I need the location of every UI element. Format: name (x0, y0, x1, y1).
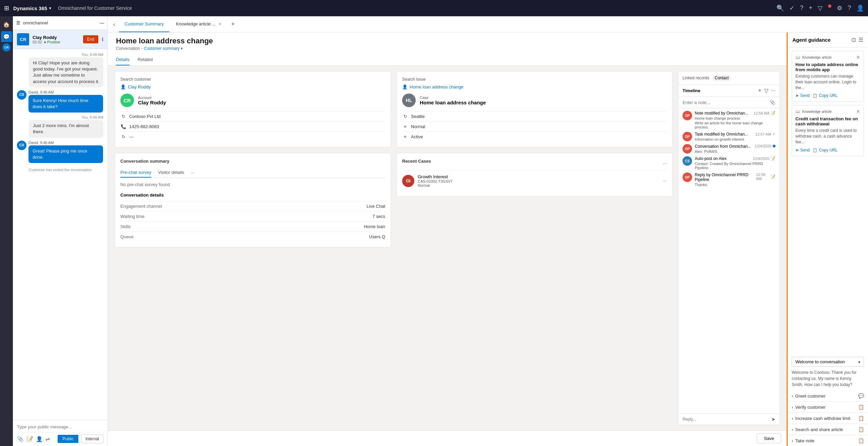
timeline-panel: Linked records Contact Timeline + ▽ ··· (678, 71, 780, 425)
phone-number: 1425-882-8083 (129, 124, 159, 129)
add-icon[interactable]: + (809, 4, 812, 12)
info-icon[interactable]: ℹ (102, 37, 103, 42)
issue-details: HL Case Home loan address change (402, 94, 667, 107)
conv-tab-visitor[interactable]: Visitor details (158, 168, 184, 178)
tl-time-1: 12:58 AM 📝 (754, 111, 775, 115)
script-take-note[interactable]: › Take note 📋 (788, 435, 868, 446)
settings-icon[interactable]: ⚙ (837, 4, 842, 12)
ag-list-icon[interactable]: ☰ (859, 37, 863, 43)
search-icon[interactable]: 🔍 (776, 4, 784, 12)
account-label: Account (138, 96, 166, 100)
conv-details-title: Conversation details (120, 192, 385, 198)
customer-msg-2: David, 9:46 AM Great! Please ping me onc… (28, 141, 103, 163)
ag-header: Agent guidance ⊡ ☰ (788, 33, 868, 47)
engagement-label: Engagement channel (120, 204, 162, 209)
left-sidebar: ☰ — CR Clay Roddy 02:32 ● Positive End ℹ (13, 16, 108, 446)
send-label-2: Send (800, 148, 810, 153)
internal-button[interactable]: Internal (81, 434, 103, 443)
tab-add-button[interactable]: + (229, 21, 238, 28)
minimize-icon[interactable]: — (100, 20, 104, 25)
cases-more-icon[interactable]: ··· (663, 161, 667, 166)
engagement-value: Live Chat (367, 204, 385, 209)
tab-back-button[interactable]: ‹ (111, 21, 118, 27)
script-icon-note: 📋 (858, 438, 864, 443)
ka-copy-btn-1[interactable]: 📋 Copy URL (812, 93, 837, 98)
script-dropdown[interactable]: Welcome to conversation Greet customer V… (792, 357, 864, 367)
script-search-article[interactable]: › Search and share article 📋 (788, 424, 868, 435)
question-icon[interactable]: ? (800, 4, 803, 12)
timeline-filter-icon[interactable]: ▽ (764, 87, 768, 94)
conv-tab-more[interactable]: ··· (191, 170, 195, 175)
no-survey-text: No pre-chat survey found (120, 182, 385, 187)
script-verify-customer[interactable]: › Verify customer 📋 (788, 401, 868, 412)
sidebar-search-input[interactable] (23, 19, 97, 27)
script-note-text: › Take note (792, 438, 814, 443)
page-tab-related[interactable]: Related (138, 54, 153, 65)
timeline-more-icon[interactable]: ··· (771, 87, 775, 94)
copy-icon-1: 📋 (812, 93, 817, 98)
script-greet-customer[interactable]: › Greet customer 💬 (788, 390, 868, 401)
note-input[interactable] (683, 100, 770, 105)
tl-time-5: 12:58 AM 📝 (756, 173, 775, 181)
ka-type-1: 📖 Knowledge article (795, 55, 832, 60)
left-column: Search customer 👤 Clay Roddy CR Account … (115, 71, 391, 425)
breadcrumb-chevron[interactable]: ▾ (181, 46, 183, 51)
breadcrumb-link[interactable]: Customer summary (144, 46, 180, 51)
ka-close-1[interactable]: ✕ (856, 55, 860, 60)
help-icon[interactable]: ? (848, 4, 851, 12)
tab-close-icon[interactable]: ✕ (218, 22, 222, 26)
contact-avatar-small[interactable]: CR (2, 43, 11, 52)
script-icon-cash: 📋 (858, 415, 864, 421)
save-button[interactable]: Save (757, 433, 781, 443)
sidebar-search: ☰ — (13, 16, 107, 30)
tab-knowledge-article[interactable]: Knowledge article ... ✕ (171, 16, 227, 32)
attach-icon[interactable]: 📎 (17, 436, 24, 442)
customer-avatar-large: CR (120, 94, 134, 107)
ka-send-btn-1[interactable]: ➤ Send (795, 93, 810, 98)
brand-chevron[interactable]: ▾ (49, 6, 51, 11)
script-increase-cash[interactable]: › Increase cash withdraw limit 📋 (788, 412, 868, 424)
phone-icon: 📞 (120, 124, 126, 129)
public-button[interactable]: Public (58, 435, 78, 443)
user-icon[interactable]: 👤 (856, 4, 864, 12)
conv-tab-pre-chat[interactable]: Pre-chat survey (120, 168, 151, 178)
sentiment-indicator: ● Positive (44, 40, 60, 44)
reply-input[interactable] (683, 417, 769, 422)
chat-icon[interactable]: 💬 (1, 31, 12, 42)
tl-content-4: Auto-post on Alex 1/24/2020 📝 Contact: C… (695, 156, 775, 170)
hamburger-icon[interactable]: ☰ (16, 20, 20, 25)
ka-send-btn-2[interactable]: ➤ Send (795, 148, 810, 153)
recent-cases-title: Recent Cases (402, 159, 431, 164)
timeline-add-icon[interactable]: + (758, 87, 761, 94)
page-tab-details[interactable]: Details (116, 54, 130, 65)
ka-copy-btn-2[interactable]: 📋 Copy URL (812, 148, 837, 153)
chat-input[interactable] (17, 423, 103, 432)
link-icon[interactable]: ⇌ (45, 436, 50, 442)
search-customer-label: Search customer (120, 77, 385, 82)
home-icon[interactable]: 🏠 (1, 19, 12, 30)
note-icon[interactable]: 📝 (26, 436, 33, 442)
issue-link[interactable]: 👤 Home loan address change (402, 84, 667, 89)
tab-customer-summary[interactable]: Customer Summary (119, 16, 169, 32)
note-attach-icon[interactable]: 📎 (770, 100, 775, 105)
grid-icon[interactable]: ⊞ (4, 4, 9, 12)
customer-link[interactable]: 👤 Clay Roddy (120, 84, 385, 89)
status-row: ≡ Active (402, 131, 667, 142)
center-column: Search issue 👤 Home loan address change … (396, 71, 673, 425)
bottom-bar: Save (108, 430, 787, 446)
filter-icon[interactable]: ▽ (818, 4, 823, 12)
tl-icon-2: ✓ (772, 132, 775, 136)
case-item-more[interactable]: ··· (663, 178, 667, 183)
reply-send-icon[interactable]: ➤ (771, 417, 775, 422)
case-label: Case (420, 96, 486, 100)
end-button[interactable]: End (83, 35, 98, 43)
agent-tool-icon[interactable]: 👤 (36, 436, 43, 442)
timeline-title: Timeline (683, 88, 758, 93)
ag-collapse-icon[interactable]: ⊡ (851, 37, 856, 43)
tl-header-5: Reply by Omnichannel PRRD Pipeline 12:58… (695, 173, 775, 182)
page-header: Home loan address change Conversation - … (108, 33, 787, 66)
customer-row-1: CR David, 9:46 AM Sure Kenny! How much t… (17, 90, 103, 113)
tl-time-4: 1/24/2020 📝 (753, 156, 775, 161)
shield-icon[interactable]: ✓ (789, 4, 794, 12)
ka-close-2[interactable]: ✕ (856, 109, 860, 114)
